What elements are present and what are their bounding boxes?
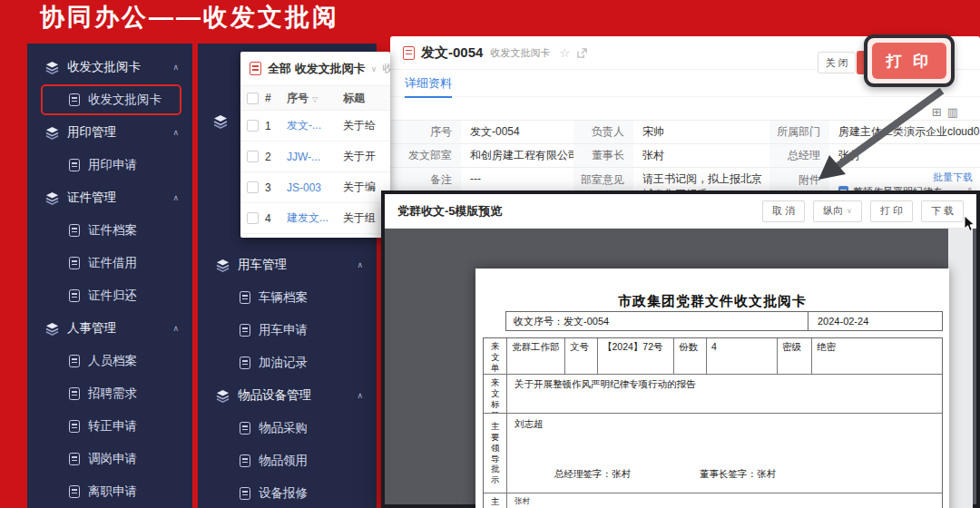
sidebar-group-shoufawen[interactable]: 收发文批阅卡 ∧ xyxy=(27,51,192,83)
menu-item-wupin-lingyong[interactable]: 物品领用 xyxy=(198,444,377,477)
item-label: 人员档案 xyxy=(88,353,137,369)
menu-group-wupin-shebei[interactable]: 物品设备管理 ∧ xyxy=(198,379,377,412)
list-table-header: # 序号▽ 标题 xyxy=(240,85,390,111)
layers-icon xyxy=(213,114,228,129)
box-icon xyxy=(69,289,80,302)
group-label: 证件管理 xyxy=(67,190,116,206)
select-all-checkbox[interactable] xyxy=(247,93,259,104)
row-checkbox[interactable] xyxy=(247,120,259,132)
sidebar-item-yongyin-shenqing[interactable]: 用印申请 xyxy=(27,149,192,181)
row-serial-link[interactable]: 建发文... xyxy=(287,210,343,226)
badge-icon xyxy=(69,420,80,433)
document-id: 发文-0054 xyxy=(421,44,483,62)
table-row[interactable]: 2 JJW-... 关于开 xyxy=(240,142,390,172)
orientation-select[interactable]: 纵向∨ xyxy=(813,200,862,222)
modal-download-button[interactable]: 下 载 xyxy=(921,200,964,222)
chevron-up-icon[interactable]: ∧ xyxy=(172,324,179,333)
clipboard-icon xyxy=(69,257,80,269)
menu-group-yongche[interactable]: 用车管理 ∧ xyxy=(198,249,377,281)
modal-header: 党群收文-5模版预览 取 消 纵向∨ 打 印 下 载 xyxy=(385,194,976,229)
close-button[interactable]: 关 闭 xyxy=(818,52,856,73)
row-checkbox[interactable] xyxy=(247,151,259,162)
item-label: 用印申请 xyxy=(88,157,137,173)
chevron-up-icon[interactable]: ∧ xyxy=(357,260,363,269)
tab-details[interactable]: 详细资料 xyxy=(405,75,452,98)
list-icon xyxy=(240,422,250,435)
preview-area: 市政集团党群文件收文批阅卡 收文序号：发文-0054 2024-02-24 来文… xyxy=(385,229,976,508)
preview-modal: 党群收文-5模版预览 取 消 纵向∨ 打 印 下 载 市政集团党群文件收文批阅卡… xyxy=(381,190,980,508)
sidebar-item-lizhi-shenqing[interactable]: 离职申请 xyxy=(27,475,192,508)
external-link-icon[interactable] xyxy=(577,48,587,58)
chevron-up-icon[interactable]: ∧ xyxy=(172,63,179,72)
clipboard-icon xyxy=(69,93,80,106)
print-button[interactable]: 打 印 xyxy=(872,43,946,79)
group-label: 收发文批阅卡 xyxy=(67,59,141,75)
table-row[interactable]: 3 JS-003 关于编 xyxy=(240,172,390,203)
row-checkbox[interactable] xyxy=(247,181,259,193)
field-label: 负责人 xyxy=(573,121,633,143)
row-serial-link[interactable]: 发文-... xyxy=(287,118,343,133)
sidebar-group-yongyin[interactable]: 用印管理 ∧ xyxy=(27,116,192,149)
item-label: 收发文批阅卡 xyxy=(88,92,162,108)
page-title: 协同办公——收发文批阅 xyxy=(40,1,339,34)
cancel-button[interactable]: 取 消 xyxy=(762,200,805,222)
menu-item-cheliang-dangan[interactable]: 车辆档案 xyxy=(198,281,377,314)
row-serial-link[interactable]: JJW-... xyxy=(287,151,343,163)
layers-icon xyxy=(45,126,59,140)
row-serial-link[interactable]: JS-003 xyxy=(287,181,343,194)
chevron-up-icon[interactable]: ∧ xyxy=(172,128,179,137)
sidebar-item-diaogang-shenqing[interactable]: 调岗申请 xyxy=(27,443,192,475)
list-title-prefix: 全部 xyxy=(268,61,291,77)
group-label: 人事管理 xyxy=(67,320,116,337)
field-value: 发文-0054 xyxy=(461,121,573,143)
chevron-up-icon[interactable]: ∧ xyxy=(172,193,179,202)
table-row[interactable]: 4 建发文... 关于组 xyxy=(240,203,390,234)
file-icon xyxy=(69,224,80,237)
owner-link[interactable]: 宋帅 xyxy=(633,121,769,143)
chevron-down-icon[interactable]: ∨ xyxy=(371,64,377,73)
item-label: 证件归还 xyxy=(88,288,137,304)
item-label: 证件借用 xyxy=(88,255,137,271)
sidebar-item-shoufawen-piyueka[interactable]: 收发文批阅卡 xyxy=(41,84,181,115)
list-window: 全部 收发文批阅卡 ∨ 收发文 # 序号▽ 标题 1 发文-... 关于给 2 … xyxy=(240,52,390,238)
sidebar-item-zhengjian-guihuan[interactable]: 证件归还 xyxy=(27,279,192,312)
menu-item-shebei-baoxiu[interactable]: 设备报修 xyxy=(198,477,377,508)
star-icon[interactable]: ☆ xyxy=(559,46,570,60)
sidebar-item-zhengjian-jieyong[interactable]: 证件借用 xyxy=(27,247,192,279)
menu-item-wupin-caigou[interactable]: 物品采购 xyxy=(198,412,377,444)
sidebar-group-zhengjian[interactable]: 证件管理 ∧ xyxy=(27,181,192,214)
filter-icon[interactable]: ▽ xyxy=(312,95,318,103)
modal-print-button[interactable]: 打 印 xyxy=(870,200,913,222)
preview-page: 市政集团党群文件收文批阅卡 收文序号：发文-0054 2024-02-24 来文… xyxy=(475,269,949,508)
row-label: 主管领导批示 xyxy=(484,493,507,508)
item-label: 证件档案 xyxy=(88,222,137,239)
menu-item-yongche-shenqing[interactable]: 用车申请 xyxy=(198,314,377,347)
middle-menu: 用车管理 ∧ 车辆档案 用车申请 加油记录 物品设备管理 ∧ xyxy=(198,249,377,508)
sidebar-item-zhaopin-xuqiu[interactable]: 招聘需求 xyxy=(27,377,192,410)
item-label: 设备报修 xyxy=(259,485,308,502)
table-row[interactable]: 1 发文-... 关于给 xyxy=(240,111,390,142)
item-label: 用车申请 xyxy=(259,322,308,338)
sidebar-item-zhengjian-dangan[interactable]: 证件档案 xyxy=(27,214,192,247)
layers-icon xyxy=(45,191,59,205)
sidebar-item-zhuanzheng-shenqing[interactable]: 转正申请 xyxy=(27,410,192,443)
print-callout: 打 印 xyxy=(864,34,955,87)
item-label: 调岗申请 xyxy=(88,451,137,467)
field-label: 发文部室 xyxy=(390,144,461,167)
clipboard-icon xyxy=(240,324,250,337)
sidebar-item-renyuan-dangan[interactable]: 人员档案 xyxy=(27,345,192,377)
scrollbar[interactable] xyxy=(948,229,973,508)
menu-item-jiayou-jilu[interactable]: 加油记录 xyxy=(198,347,377,379)
column-title: 标题 xyxy=(343,91,390,106)
row-checkbox[interactable] xyxy=(247,212,259,224)
transfer-icon xyxy=(69,453,80,465)
gm-signature: 总经理签字：张村 xyxy=(554,468,631,481)
list-title-suffix: 收发文 xyxy=(382,61,390,76)
group-label: 物品设备管理 xyxy=(238,387,311,404)
preview-date: 2024-02-24 xyxy=(808,312,942,330)
mouse-cursor xyxy=(964,216,975,232)
chairman-link[interactable]: 张村 xyxy=(633,144,769,167)
chevron-down-icon: ∨ xyxy=(847,207,852,215)
chevron-up-icon[interactable]: ∧ xyxy=(357,391,363,400)
sidebar-group-renshi[interactable]: 人事管理 ∧ xyxy=(27,312,192,345)
